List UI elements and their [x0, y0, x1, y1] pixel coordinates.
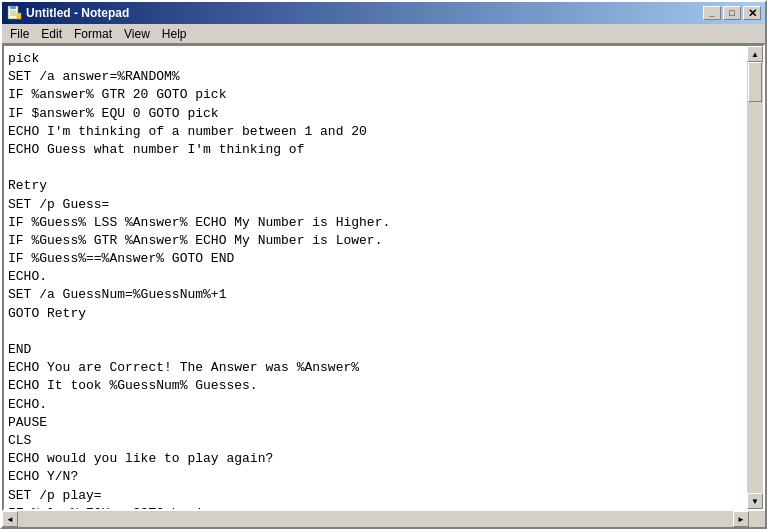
- notepad-app-icon: [6, 5, 22, 21]
- scroll-left-icon: ◄: [6, 515, 14, 524]
- scroll-left-button[interactable]: ◄: [2, 511, 18, 527]
- scroll-track-horizontal[interactable]: [18, 511, 733, 527]
- editor-text[interactable]: pick SET /a answer=%RANDOM% IF %answer% …: [8, 50, 743, 509]
- editor-scroll-area[interactable]: pick SET /a answer=%RANDOM% IF %answer% …: [4, 46, 747, 509]
- vertical-scrollbar: ▲ ▼: [747, 46, 763, 509]
- minimize-button[interactable]: _: [703, 6, 721, 20]
- menu-file[interactable]: File: [4, 25, 35, 43]
- title-bar-buttons: _ □ ✕: [703, 6, 761, 20]
- scroll-up-button[interactable]: ▲: [747, 46, 763, 62]
- scroll-thumb-vertical[interactable]: [748, 62, 762, 102]
- title-bar-left: Untitled - Notepad: [6, 5, 129, 21]
- menu-edit[interactable]: Edit: [35, 25, 68, 43]
- scroll-right-icon: ►: [737, 515, 745, 524]
- menu-view[interactable]: View: [118, 25, 156, 43]
- menu-bar: File Edit Format View Help: [2, 24, 765, 44]
- horizontal-scrollbar-container: ◄ ►: [2, 511, 765, 527]
- scroll-corner: [749, 511, 765, 527]
- menu-help[interactable]: Help: [156, 25, 193, 43]
- scroll-up-icon: ▲: [751, 50, 759, 59]
- scroll-down-button[interactable]: ▼: [747, 493, 763, 509]
- window-title: Untitled - Notepad: [26, 6, 129, 20]
- close-button[interactable]: ✕: [743, 6, 761, 20]
- notepad-window: Untitled - Notepad _ □ ✕ File Edit Forma…: [0, 0, 767, 529]
- scroll-right-button[interactable]: ►: [733, 511, 749, 527]
- title-bar: Untitled - Notepad _ □ ✕: [2, 2, 765, 24]
- svg-rect-5: [17, 13, 21, 19]
- maximize-button[interactable]: □: [723, 6, 741, 20]
- svg-rect-1: [10, 6, 16, 9]
- menu-format[interactable]: Format: [68, 25, 118, 43]
- editor-container: pick SET /a answer=%RANDOM% IF %answer% …: [2, 44, 765, 511]
- scroll-track-vertical[interactable]: [747, 62, 763, 493]
- scroll-down-icon: ▼: [751, 497, 759, 506]
